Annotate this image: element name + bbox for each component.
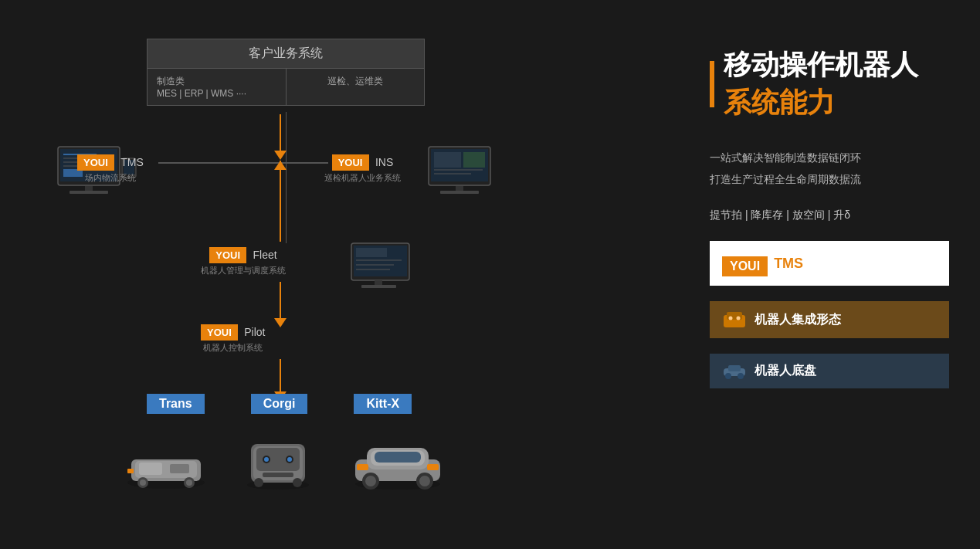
title-block: 移动操作机器人 系统能力 bbox=[710, 46, 949, 122]
pilot-sub: 机器人控制系统 bbox=[201, 342, 265, 354]
arrow-line-pilot-robots bbox=[280, 359, 281, 394]
h-connector-top bbox=[158, 162, 328, 164]
svg-rect-7 bbox=[85, 186, 93, 191]
manufacturing-sub: MES | ERP | WMS ···· bbox=[157, 88, 276, 99]
svg-point-44 bbox=[264, 457, 269, 462]
manufacturing-label: 制造类 bbox=[157, 75, 276, 88]
main-title: 移动操作机器人 系统能力 bbox=[724, 46, 918, 122]
svg-rect-46 bbox=[263, 473, 293, 477]
svg-point-48 bbox=[293, 478, 302, 487]
card-chassis-label: 机器人底盘 bbox=[754, 363, 816, 379]
customer-system-box: 客户业务系统 制造类 MES | ERP | WMS ···· 巡检、运维类 bbox=[147, 39, 425, 106]
svg-point-34 bbox=[140, 480, 146, 486]
robots-row: Trans Corgi Kitt-X bbox=[147, 394, 412, 414]
ins-sub: 巡检机器人业务系统 bbox=[324, 172, 401, 184]
arrow-line-top bbox=[280, 114, 281, 153]
fleet-sub: 机器人管理与调度系统 bbox=[201, 265, 286, 276]
card-tms-label: TMS bbox=[774, 256, 803, 272]
chassis-icon bbox=[722, 364, 747, 379]
arrow-head-fleet-pilot bbox=[274, 318, 287, 327]
arrow-line-fleet-pilot bbox=[280, 282, 281, 320]
tms-card[interactable]: YOUI TMS bbox=[710, 241, 949, 286]
fleet-label: Fleet bbox=[253, 249, 277, 261]
svg-rect-37 bbox=[127, 469, 134, 473]
svg-rect-14 bbox=[434, 152, 461, 168]
accent-bar bbox=[710, 61, 714, 107]
card-robot-label: 机器人集成形态 bbox=[754, 312, 841, 328]
svg-point-63 bbox=[737, 317, 741, 320]
pilot-youi-badge: YOUI bbox=[201, 324, 238, 341]
svg-rect-32 bbox=[170, 464, 189, 473]
ins-box[interactable]: YOUI INS 巡检机器人业务系统 bbox=[324, 154, 401, 184]
robot-card[interactable]: 机器人集成形态 bbox=[710, 301, 949, 338]
box-divider bbox=[286, 112, 287, 243]
fleet-box[interactable]: YOUI Fleet 机器人管理与调度系统 bbox=[201, 247, 286, 276]
svg-rect-18 bbox=[456, 186, 463, 191]
trans-robot bbox=[124, 444, 209, 490]
pilot-box[interactable]: YOUI Pilot 机器人控制系统 bbox=[201, 324, 265, 354]
arrow-line-mid bbox=[280, 161, 281, 242]
ins-monitor bbox=[425, 143, 510, 197]
title-line1: 移动操作机器人 bbox=[724, 46, 918, 84]
manufacturing-category: 制造类 MES | ERP | WMS ···· bbox=[148, 69, 287, 105]
diagram-section: 客户业务系统 制造类 MES | ERP | WMS ···· 巡检、运维类 bbox=[0, 0, 687, 549]
ins-label: INS bbox=[375, 156, 393, 168]
desc2: 打造生产过程全生命周期数据流 bbox=[710, 168, 949, 190]
svg-point-57 bbox=[365, 476, 376, 486]
svg-rect-54 bbox=[357, 464, 368, 470]
chassis-card[interactable]: 机器人底盘 bbox=[710, 354, 949, 388]
info-section: 移动操作机器人 系统能力 一站式解决智能制造数据链闭环 打造生产过程全生命周期数… bbox=[687, 0, 980, 549]
corgi-label[interactable]: Corgi bbox=[251, 394, 308, 414]
svg-rect-31 bbox=[139, 463, 162, 475]
arrow-head-up1 bbox=[274, 161, 287, 170]
inspection-category: 巡检、运维类 bbox=[287, 69, 425, 105]
svg-rect-55 bbox=[427, 464, 439, 470]
svg-rect-27 bbox=[361, 285, 396, 288]
desc-block: 一站式解决智能制造数据链闭环 打造生产过程全生命周期数据流 bbox=[710, 147, 949, 190]
customer-system-title-text: 客户业务系统 bbox=[249, 46, 323, 59]
svg-point-66 bbox=[738, 373, 744, 379]
desc1: 一站式解决智能制造数据链闭环 bbox=[710, 147, 949, 168]
diagram-wrapper: 客户业务系统 制造类 MES | ERP | WMS ···· 巡检、运维类 bbox=[46, 23, 671, 534]
tms-box[interactable]: YOUI TMS 场内物流系统 bbox=[77, 154, 144, 184]
svg-point-47 bbox=[254, 478, 263, 487]
corgi-robot bbox=[239, 432, 317, 490]
tms-youi-badge: YOUI bbox=[77, 154, 114, 171]
customer-system-title: 客户业务系统 bbox=[148, 39, 424, 68]
svg-point-62 bbox=[729, 317, 733, 320]
trans-label[interactable]: Trans bbox=[147, 394, 205, 414]
svg-point-36 bbox=[186, 480, 192, 486]
svg-rect-26 bbox=[375, 280, 382, 285]
kittx-label[interactable]: Kitt-X bbox=[354, 394, 412, 414]
tms-sub: 场内物流系统 bbox=[77, 172, 144, 184]
svg-rect-22 bbox=[356, 248, 387, 257]
svg-point-65 bbox=[725, 373, 731, 379]
fleet-monitor bbox=[348, 239, 425, 293]
svg-rect-67 bbox=[728, 365, 741, 371]
main-container: 客户业务系统 制造类 MES | ERP | WMS ···· 巡检、运维类 bbox=[0, 0, 980, 549]
tms-label: TMS bbox=[120, 156, 144, 168]
pilot-label: Pilot bbox=[244, 326, 265, 338]
ins-youi-badge: YOUI bbox=[332, 154, 369, 171]
title-line2: 系统能力 bbox=[724, 84, 918, 122]
robot-icon bbox=[722, 310, 747, 329]
svg-point-45 bbox=[287, 457, 292, 462]
features-text: 提节拍 | 降库存 | 放空间 | 升δ bbox=[710, 208, 949, 222]
svg-point-59 bbox=[419, 476, 430, 486]
svg-rect-8 bbox=[70, 191, 108, 194]
kittx-robot bbox=[348, 436, 448, 490]
svg-rect-19 bbox=[440, 191, 479, 194]
customer-system-body: 制造类 MES | ERP | WMS ···· 巡检、运维类 bbox=[148, 68, 424, 105]
fleet-youi-badge: YOUI bbox=[209, 247, 246, 263]
inspection-label: 巡检、运维类 bbox=[296, 75, 415, 88]
arrow-head-top bbox=[274, 151, 287, 160]
robot-images bbox=[124, 432, 448, 490]
svg-rect-15 bbox=[463, 152, 485, 168]
svg-rect-53 bbox=[375, 452, 421, 463]
card-tms-badge: YOUI bbox=[722, 256, 768, 276]
